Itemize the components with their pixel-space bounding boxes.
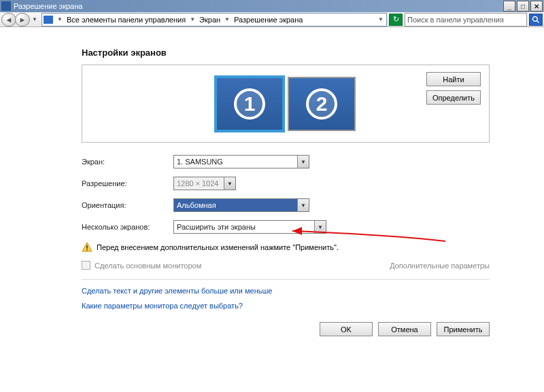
chevron-down-icon[interactable]: ▼ bbox=[377, 16, 385, 22]
search-button[interactable] bbox=[529, 14, 543, 26]
dropdown-arrow-icon: ▼ bbox=[297, 199, 309, 211]
refresh-button[interactable]: ↻ bbox=[389, 14, 403, 26]
divider bbox=[82, 279, 490, 280]
detect-button[interactable]: Определить bbox=[426, 90, 481, 105]
nav-forward-button[interactable]: ► bbox=[15, 13, 30, 26]
breadcrumb-root[interactable]: Все элементы панели управления bbox=[64, 16, 188, 24]
multi-displays-select[interactable]: Расширить эти экраны ▼ bbox=[173, 220, 326, 234]
monitor-help-link[interactable]: Какие параметры монитора следует выбрать… bbox=[82, 302, 490, 310]
warning-row: Перед внесением дополнительных изменений… bbox=[82, 242, 490, 253]
minimize-button[interactable]: _ bbox=[503, 1, 515, 12]
breadcrumb-mid[interactable]: Экран bbox=[197, 16, 223, 24]
orientation-select[interactable]: Альбомная ▼ bbox=[173, 198, 309, 212]
cancel-button[interactable]: Отмена bbox=[378, 322, 431, 336]
chevron-icon: ▼ bbox=[56, 16, 64, 22]
breadcrumb-leaf[interactable]: Разрешение экрана bbox=[231, 16, 305, 24]
orientation-label: Ориентация: bbox=[82, 201, 173, 209]
svg-point-0 bbox=[533, 16, 538, 21]
resolution-value: 1280 × 1024 bbox=[177, 179, 218, 188]
search-icon bbox=[532, 16, 540, 24]
warning-icon bbox=[82, 242, 92, 253]
toolbar: ◄ ► ▼ ▼ Все элементы панели управления ▼… bbox=[0, 12, 544, 27]
svg-rect-3 bbox=[86, 245, 88, 249]
primary-monitor-label: Сделать основным монитором bbox=[95, 262, 201, 270]
title-bar: Разрешение экрана _ □ ✕ bbox=[0, 0, 544, 12]
text-size-link[interactable]: Сделать текст и другие элементы больше и… bbox=[82, 287, 490, 295]
dropdown-arrow-icon: ▼ bbox=[314, 221, 326, 233]
ok-button[interactable]: OK bbox=[320, 322, 373, 336]
screen-value: 1. SAMSUNG bbox=[177, 158, 223, 166]
find-button[interactable]: Найти bbox=[426, 72, 481, 86]
app-icon bbox=[1, 1, 11, 11]
warning-text: Перед внесением дополнительных изменений… bbox=[97, 243, 339, 251]
apply-button[interactable]: Применить bbox=[437, 322, 490, 336]
nav-history-dropdown[interactable]: ▼ bbox=[30, 13, 39, 26]
chevron-icon: ▼ bbox=[223, 16, 231, 22]
resolution-label: Разрешение: bbox=[82, 179, 173, 188]
svg-line-1 bbox=[537, 20, 539, 22]
monitor-2[interactable]: 2 bbox=[288, 77, 356, 131]
monitor-number: 2 bbox=[306, 88, 337, 120]
dropdown-arrow-icon: ▼ bbox=[297, 156, 309, 168]
screen-label: Экран: bbox=[82, 158, 173, 166]
primary-monitor-checkbox bbox=[82, 261, 90, 270]
svg-rect-4 bbox=[86, 249, 88, 251]
multi-displays-label: Несколько экранов: bbox=[82, 223, 173, 231]
chevron-icon: ▼ bbox=[188, 16, 197, 22]
maximize-button[interactable]: □ bbox=[517, 1, 529, 12]
control-panel-icon bbox=[44, 16, 53, 24]
screen-select[interactable]: 1. SAMSUNG ▼ bbox=[173, 155, 309, 168]
multi-displays-value: Расширить эти экраны bbox=[177, 223, 256, 231]
close-button[interactable]: ✕ bbox=[530, 1, 543, 12]
address-bar[interactable]: ▼ Все элементы панели управления ▼ Экран… bbox=[41, 13, 387, 26]
monitor-number: 1 bbox=[234, 88, 265, 120]
resolution-select[interactable]: 1280 × 1024 ▼ bbox=[173, 177, 236, 190]
nav-back-button[interactable]: ◄ bbox=[1, 13, 16, 26]
window-title: Разрешение экрана bbox=[14, 2, 502, 10]
monitor-1[interactable]: 1 bbox=[216, 77, 284, 131]
orientation-value: Альбомная bbox=[177, 201, 216, 209]
display-preview-box: 1 2 Найти Определить bbox=[82, 65, 490, 143]
search-input[interactable]: Поиск в панели управления bbox=[405, 13, 527, 26]
search-placeholder: Поиск в панели управления bbox=[407, 16, 524, 24]
advanced-settings-link[interactable]: Дополнительные параметры bbox=[390, 262, 490, 270]
dropdown-arrow-icon: ▼ bbox=[224, 177, 235, 190]
page-title: Настройки экранов bbox=[82, 48, 490, 58]
